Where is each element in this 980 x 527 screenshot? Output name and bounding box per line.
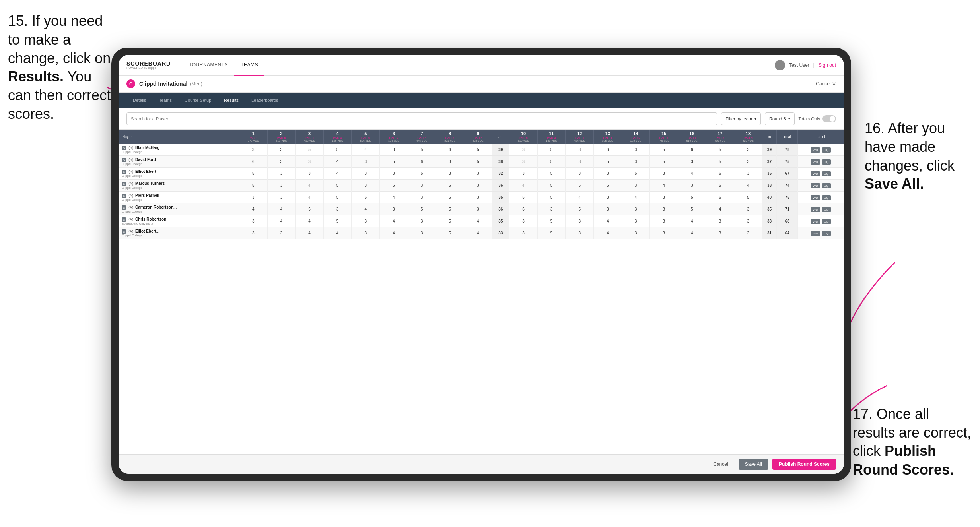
score-back-4-16[interactable]: 5 xyxy=(678,192,706,203)
wd-btn-1[interactable]: WD xyxy=(811,159,820,165)
score-front-0-4[interactable]: 5 xyxy=(323,144,352,156)
score-back-2-12[interactable]: 3 xyxy=(566,168,594,180)
score-back-3-14[interactable]: 3 xyxy=(622,180,650,192)
score-back-7-15[interactable]: 3 xyxy=(650,227,678,239)
score-back-7-17[interactable]: 3 xyxy=(706,227,734,239)
score-back-4-15[interactable]: 3 xyxy=(650,192,678,203)
score-back-0-16[interactable]: 6 xyxy=(678,144,706,156)
score-back-5-15[interactable]: 3 xyxy=(650,203,678,215)
score-front-5-7[interactable]: 5 xyxy=(408,203,436,215)
score-front-4-4[interactable]: 5 xyxy=(323,192,352,203)
score-back-2-18[interactable]: 3 xyxy=(734,168,762,180)
score-front-1-3[interactable]: 3 xyxy=(296,156,324,168)
score-back-6-15[interactable]: 3 xyxy=(650,215,678,227)
score-back-1-10[interactable]: 3 xyxy=(509,156,538,168)
score-front-0-1[interactable]: 3 xyxy=(239,144,267,156)
save-all-button[interactable]: Save All xyxy=(739,459,768,470)
score-back-0-14[interactable]: 3 xyxy=(622,144,650,156)
score-back-0-17[interactable]: 5 xyxy=(706,144,734,156)
score-front-6-9[interactable]: 4 xyxy=(464,215,492,227)
score-front-6-7[interactable]: 3 xyxy=(408,215,436,227)
score-front-4-7[interactable]: 3 xyxy=(408,192,436,203)
score-front-5-3[interactable]: 5 xyxy=(296,203,324,215)
score-front-7-2[interactable]: 3 xyxy=(267,227,296,239)
score-front-1-4[interactable]: 4 xyxy=(323,156,352,168)
score-front-7-7[interactable]: 3 xyxy=(408,227,436,239)
score-back-6-14[interactable]: 3 xyxy=(622,215,650,227)
score-back-6-17[interactable]: 3 xyxy=(706,215,734,227)
score-front-6-4[interactable]: 5 xyxy=(323,215,352,227)
score-back-6-10[interactable]: 3 xyxy=(509,215,538,227)
score-back-7-11[interactable]: 5 xyxy=(537,227,566,239)
score-front-1-9[interactable]: 5 xyxy=(464,156,492,168)
score-front-2-8[interactable]: 3 xyxy=(436,168,464,180)
score-front-5-1[interactable]: 4 xyxy=(239,203,267,215)
wd-btn-5[interactable]: WD xyxy=(811,207,820,212)
score-back-4-14[interactable]: 4 xyxy=(622,192,650,203)
score-back-1-11[interactable]: 5 xyxy=(537,156,566,168)
score-back-0-10[interactable]: 3 xyxy=(509,144,538,156)
score-back-2-13[interactable]: 3 xyxy=(593,168,622,180)
score-front-1-1[interactable]: 6 xyxy=(239,156,267,168)
dq-btn-5[interactable]: DQ xyxy=(822,207,831,212)
dq-btn-6[interactable]: DQ xyxy=(822,219,831,224)
score-back-2-10[interactable]: 3 xyxy=(509,168,538,180)
tab-results[interactable]: Results xyxy=(218,93,245,108)
tab-leaderboards[interactable]: Leaderboards xyxy=(245,93,285,108)
dq-btn-1[interactable]: DQ xyxy=(822,159,831,165)
score-front-4-2[interactable]: 3 xyxy=(267,192,296,203)
score-back-4-18[interactable]: 5 xyxy=(734,192,762,203)
signout-link[interactable]: Sign out xyxy=(819,62,836,68)
cancel-button[interactable]: Cancel xyxy=(707,459,734,470)
score-back-6-12[interactable]: 3 xyxy=(566,215,594,227)
score-front-7-4[interactable]: 4 xyxy=(323,227,352,239)
score-front-4-6[interactable]: 4 xyxy=(380,192,408,203)
search-input[interactable] xyxy=(126,112,717,125)
dq-btn-4[interactable]: DQ xyxy=(822,195,831,200)
score-back-5-10[interactable]: 6 xyxy=(509,203,538,215)
score-back-4-12[interactable]: 4 xyxy=(566,192,594,203)
score-front-1-5[interactable]: 3 xyxy=(352,156,380,168)
score-front-6-8[interactable]: 5 xyxy=(436,215,464,227)
score-front-5-2[interactable]: 4 xyxy=(267,203,296,215)
team-filter-dropdown[interactable]: Filter by team xyxy=(721,112,761,125)
score-back-5-17[interactable]: 4 xyxy=(706,203,734,215)
score-front-7-6[interactable]: 4 xyxy=(380,227,408,239)
score-front-6-2[interactable]: 4 xyxy=(267,215,296,227)
score-back-3-11[interactable]: 5 xyxy=(537,180,566,192)
score-front-3-2[interactable]: 3 xyxy=(267,180,296,192)
score-back-1-14[interactable]: 3 xyxy=(622,156,650,168)
score-front-1-7[interactable]: 6 xyxy=(408,156,436,168)
wd-btn-0[interactable]: WD xyxy=(811,147,820,153)
score-front-6-5[interactable]: 3 xyxy=(352,215,380,227)
dq-btn-7[interactable]: DQ xyxy=(822,231,831,236)
wd-btn-4[interactable]: WD xyxy=(811,195,820,200)
score-front-7-8[interactable]: 5 xyxy=(436,227,464,239)
score-front-0-5[interactable]: 4 xyxy=(352,144,380,156)
score-front-0-8[interactable]: 6 xyxy=(436,144,464,156)
score-front-3-4[interactable]: 5 xyxy=(323,180,352,192)
score-back-3-18[interactable]: 4 xyxy=(734,180,762,192)
score-front-7-1[interactable]: 3 xyxy=(239,227,267,239)
score-front-2-3[interactable]: 3 xyxy=(296,168,324,180)
score-back-2-17[interactable]: 6 xyxy=(706,168,734,180)
scores-container[interactable]: Player 1PAR 4370 YDS 2PAR 5511 YDS 3PAR … xyxy=(119,130,844,454)
cancel-tournament-btn[interactable]: Cancel ✕ xyxy=(816,81,836,87)
score-front-0-6[interactable]: 3 xyxy=(380,144,408,156)
score-back-5-16[interactable]: 5 xyxy=(678,203,706,215)
score-back-1-16[interactable]: 3 xyxy=(678,156,706,168)
score-back-3-13[interactable]: 5 xyxy=(593,180,622,192)
score-back-7-12[interactable]: 3 xyxy=(566,227,594,239)
score-back-1-17[interactable]: 5 xyxy=(706,156,734,168)
score-front-5-6[interactable]: 3 xyxy=(380,203,408,215)
score-front-3-8[interactable]: 5 xyxy=(436,180,464,192)
nav-tournaments[interactable]: TOURNAMENTS xyxy=(183,55,234,76)
wd-btn-3[interactable]: WD xyxy=(811,183,820,188)
score-back-3-15[interactable]: 4 xyxy=(650,180,678,192)
dq-btn-3[interactable]: DQ xyxy=(822,183,831,188)
dq-btn-0[interactable]: DQ xyxy=(822,147,831,153)
score-front-7-3[interactable]: 4 xyxy=(296,227,324,239)
score-front-1-2[interactable]: 3 xyxy=(267,156,296,168)
score-front-0-7[interactable]: 5 xyxy=(408,144,436,156)
score-front-7-5[interactable]: 3 xyxy=(352,227,380,239)
